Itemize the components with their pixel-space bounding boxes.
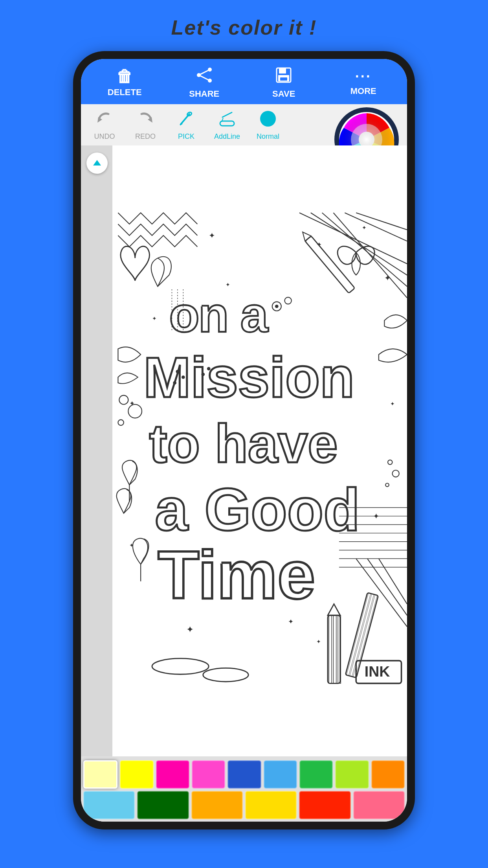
svg-rect-14 [220,121,234,126]
svg-line-4 [199,75,210,81]
normal-button[interactable]: Normal [248,109,288,141]
svg-rect-8 [280,77,287,81]
svg-rect-6 [279,68,286,74]
color-palette [81,756,407,822]
page-title: Let's color it ! [171,16,317,39]
svg-point-16 [260,111,276,127]
svg-line-15 [222,112,232,117]
svg-point-77 [388,460,393,465]
svg-text:✦: ✦ [362,225,367,231]
normal-color-dot [259,109,277,131]
svg-point-59 [128,405,142,418]
color-swatch-row2-0[interactable] [83,791,135,819]
color-swatch-row2-5[interactable] [353,791,405,819]
delete-icon: 🗑 [116,68,133,85]
svg-point-76 [284,297,291,304]
svg-line-39 [322,213,407,287]
top-toolbar: 🗑 DELETE SHARE [81,59,407,104]
save-button[interactable]: SAVE [244,66,324,99]
svg-text:Time: Time [158,537,315,613]
svg-text:✦: ✦ [288,618,294,625]
svg-text:✦: ✦ [390,401,395,407]
color-swatch-row2-2[interactable] [191,791,243,819]
addline-icon [218,109,237,131]
share-icon [196,66,213,86]
svg-text:✦: ✦ [152,315,157,322]
svg-point-75 [275,305,279,308]
phone-frame: 🗑 DELETE SHARE [73,51,415,829]
color-swatch-row2-1[interactable] [137,791,189,819]
color-swatch-row2-3[interactable] [245,791,297,819]
svg-point-55 [173,381,176,385]
svg-text:to have: to have [149,414,338,474]
svg-text:✦: ✦ [316,638,321,645]
color-row-1 [83,760,405,789]
color-swatch-row1-5[interactable] [264,760,297,789]
svg-rect-61 [328,615,340,683]
svg-point-54 [182,375,185,379]
color-swatch-row1-8[interactable] [371,760,405,789]
redo-label: REDO [135,132,156,141]
svg-marker-26 [93,160,101,166]
svg-line-40 [334,213,407,298]
color-swatch-row1-1[interactable] [120,760,153,789]
color-row-2 [83,791,405,819]
color-swatch-row1-6[interactable] [299,760,333,789]
more-icon: ··· [355,70,372,84]
svg-point-58 [119,395,128,405]
svg-rect-62 [329,615,332,683]
coloring-image[interactable]: ✦ ✦ ✦ ✦ ✦ ✦ ✦ ✦ ✦ ✦ [112,145,407,756]
svg-point-78 [393,470,399,477]
more-button[interactable]: ··· MORE [324,70,404,96]
color-swatch-row1-4[interactable] [227,760,261,789]
color-swatch-row1-2[interactable] [156,760,189,789]
svg-point-60 [118,420,123,425]
svg-text:INK: INK [365,663,390,680]
second-toolbar: UNDO REDO P [81,104,407,145]
addline-label: AddLine [214,132,240,141]
svg-point-79 [385,483,389,487]
canvas-area: ✦ ✦ ✦ ✦ ✦ ✦ ✦ ✦ ✦ ✦ [81,145,407,756]
normal-label: Normal [257,132,279,141]
svg-marker-65 [328,604,340,615]
redo-button[interactable]: REDO [126,109,165,141]
color-swatch-row2-4[interactable] [299,791,350,819]
save-label: SAVE [272,89,295,99]
color-swatch-row1-0[interactable] [83,760,117,789]
undo-icon [95,109,114,131]
more-label: MORE [350,86,376,96]
delete-label: DELETE [108,87,142,97]
color-swatch-row1-7[interactable] [335,760,369,789]
addline-button[interactable]: AddLine [207,109,247,141]
svg-line-3 [199,70,210,75]
svg-text:on a: on a [169,287,269,342]
svg-point-57 [201,373,205,376]
svg-point-56 [207,367,211,371]
phone-screen: 🗑 DELETE SHARE [81,59,407,822]
undo-label: UNDO [94,132,115,141]
svg-point-73 [203,668,248,682]
svg-line-89 [356,559,407,627]
svg-text:✦: ✦ [209,231,215,240]
delete-button[interactable]: 🗑 DELETE [85,68,165,97]
pick-label: PICK [178,132,194,141]
svg-point-72 [152,658,209,674]
undo-button[interactable]: UNDO [85,109,124,141]
svg-rect-63 [334,615,336,683]
pick-button[interactable]: PICK [167,109,206,141]
share-label: SHARE [189,89,219,99]
color-swatch-row1-3[interactable] [192,760,225,789]
svg-text:a Good: a Good [155,476,360,543]
svg-text:Mission: Mission [143,346,354,409]
save-icon [275,66,292,86]
share-button[interactable]: SHARE [165,66,244,99]
svg-point-53 [176,370,180,373]
redo-icon [136,109,155,131]
pick-icon [177,109,196,131]
up-arrow-button[interactable] [86,153,108,174]
svg-marker-44 [299,230,311,241]
svg-text:✦: ✦ [186,624,194,634]
